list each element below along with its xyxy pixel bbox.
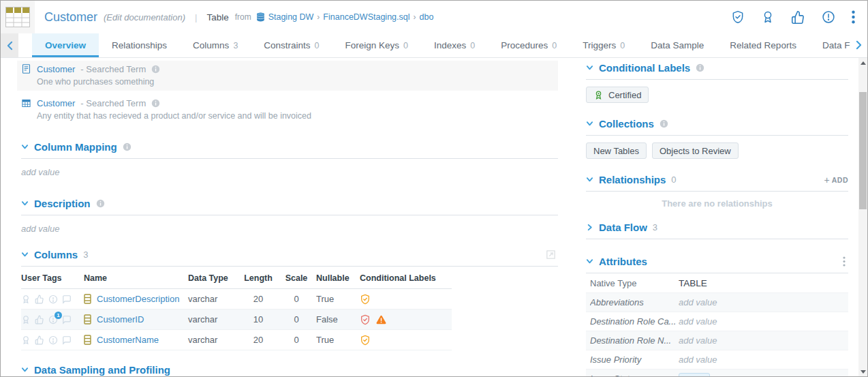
certified-label-chip[interactable]: Certified — [586, 87, 649, 103]
overview-left-pane: Customer - Searched Term One who purchas… — [1, 58, 576, 376]
column-name-link[interactable]: CustomerDescription — [97, 294, 179, 304]
attribute-row: Issue Priority add value — [586, 350, 848, 369]
column-icon — [84, 314, 91, 325]
section-header[interactable]: Collections — [586, 118, 848, 136]
chevron-down-icon — [21, 251, 29, 258]
tab-overview[interactable]: Overview — [32, 33, 99, 57]
alert-circle-icon[interactable] — [48, 295, 58, 304]
tab-related-reports[interactable]: Related Reports — [717, 33, 809, 57]
scroll-down-arrow[interactable] — [858, 367, 867, 376]
info-icon[interactable] — [696, 63, 704, 72]
section-conditional-labels: Conditional Labels Certified — [586, 62, 848, 103]
tab-data-sample[interactable]: Data Sample — [638, 33, 717, 57]
award-icon[interactable] — [21, 335, 31, 345]
alert-circle-icon[interactable] — [822, 10, 835, 24]
section-header[interactable]: Data Flow 3 — [586, 222, 848, 239]
scrollbar-thumb[interactable] — [859, 92, 867, 209]
info-icon[interactable] — [123, 142, 131, 151]
result-title-link[interactable]: Customer — [37, 98, 75, 108]
main-content: Customer - Searched Term One who purchas… — [1, 58, 867, 376]
info-icon[interactable] — [151, 99, 160, 108]
breadcrumb-file[interactable]: FinanceDWStaging.sql — [323, 12, 409, 22]
edit-documentation-link[interactable]: (Edit documentation) — [104, 12, 185, 22]
chevron-left-icon[interactable] — [1, 33, 18, 57]
section-header[interactable]: Description — [21, 198, 558, 215]
tab-procedures[interactable]: Procedures0 — [488, 33, 570, 57]
breadcrumb-database[interactable]: Staging DW — [268, 12, 314, 22]
info-icon[interactable] — [660, 119, 668, 128]
object-type-label: Table — [206, 12, 228, 22]
result-title-link[interactable]: Customer — [37, 64, 75, 74]
info-icon[interactable] — [96, 199, 105, 208]
tab-relationships[interactable]: Relationships — [99, 33, 180, 57]
column-name-link[interactable]: CustomerID — [97, 314, 144, 325]
warning-triangle-icon[interactable] — [375, 314, 387, 325]
section-header[interactable]: Conditional Labels — [586, 62, 848, 80]
section-collections: Collections New Tables Objects to Review — [586, 118, 848, 159]
thumbs-up-icon[interactable] — [35, 315, 44, 325]
award-icon[interactable] — [21, 315, 31, 325]
chevron-down-icon — [586, 120, 593, 127]
alert-circle-icon[interactable] — [48, 335, 58, 345]
kebab-menu-icon[interactable] — [843, 256, 848, 267]
breadcrumb-schema[interactable]: dbo — [420, 12, 434, 22]
attribute-row: Native Type TABLE — [586, 273, 848, 292]
searched-term-result[interactable]: Customer - Searched Term One who purchas… — [17, 61, 558, 91]
tab-constraints[interactable]: Constraints0 — [251, 33, 332, 57]
award-icon[interactable] — [761, 10, 775, 24]
info-icon[interactable] — [151, 65, 160, 74]
comment-icon[interactable] — [62, 295, 72, 304]
table-grid-icon — [21, 98, 31, 108]
overview-right-pane: Conditional Labels Certified Collection — [576, 58, 858, 376]
header-actions — [731, 10, 867, 25]
columns-table-header: User Tags Name Data Type Length Scale Nu… — [21, 267, 452, 289]
column-mapping-placeholder[interactable]: add value — [21, 167, 558, 177]
searched-term-result[interactable]: Customer - Searched Term Any entity that… — [17, 95, 558, 125]
table-object-icon — [1, 1, 35, 33]
attribute-value[interactable]: add value — [679, 297, 717, 307]
scroll-up-arrow[interactable] — [858, 58, 867, 67]
table-row: 1 CustomerID varchar 10 0 False — [21, 310, 452, 330]
section-header[interactable]: Columns 3 — [21, 249, 558, 267]
table-row: CustomerDescription varchar 20 0 True — [21, 289, 452, 310]
open-in-window-icon[interactable] — [545, 249, 557, 260]
thumbs-up-icon[interactable] — [35, 295, 44, 304]
result-suffix: - Searched Term — [80, 64, 146, 74]
alert-circle-icon[interactable]: 1 — [48, 315, 58, 325]
section-header[interactable]: Attributes — [586, 256, 848, 273]
kebab-menu-icon[interactable] — [852, 10, 855, 24]
vertical-scrollbar[interactable] — [858, 58, 867, 376]
collection-chip[interactable]: New Tables — [586, 142, 647, 159]
orange-shield-check-icon[interactable] — [360, 294, 371, 305]
thumbs-up-icon[interactable] — [791, 10, 805, 25]
orange-shield-check-icon[interactable] — [360, 335, 371, 346]
section-header[interactable]: Relationships 0 + ADD — [586, 174, 848, 192]
collection-chip[interactable]: Objects to Review — [652, 142, 739, 159]
object-header: Customer (Edit documentation) | Table fr… — [1, 1, 867, 33]
section-data-flow: Data Flow 3 — [586, 222, 848, 239]
page-title: Customer — [44, 10, 97, 25]
chevron-down-icon — [586, 258, 593, 265]
award-icon[interactable] — [21, 295, 31, 304]
column-name-link[interactable]: CustomerName — [97, 335, 159, 345]
issue-status-badge[interactable] — [679, 373, 710, 377]
comment-icon[interactable] — [62, 315, 72, 325]
tab-columns[interactable]: Columns3 — [180, 33, 251, 57]
section-column-mapping: Column Mapping add value — [21, 141, 558, 177]
attribute-value[interactable]: TABLE — [679, 278, 707, 288]
tab-indexes[interactable]: Indexes0 — [421, 33, 488, 57]
attribute-value[interactable]: add value — [679, 335, 717, 346]
section-header[interactable]: Data Sampling and Profiling — [21, 364, 558, 376]
chevron-right-icon[interactable] — [850, 33, 867, 57]
tab-foreign-keys[interactable]: Foreign Keys0 — [332, 33, 422, 57]
add-relationship-button[interactable]: + ADD — [824, 175, 848, 185]
comment-icon[interactable] — [62, 335, 72, 345]
attribute-value[interactable]: add value — [679, 316, 717, 327]
tab-triggers[interactable]: Triggers0 — [570, 33, 638, 57]
section-header[interactable]: Column Mapping — [21, 141, 558, 159]
description-placeholder[interactable]: add value — [21, 224, 558, 234]
attribute-value[interactable]: add value — [679, 355, 717, 365]
shield-check-icon[interactable] — [731, 10, 745, 24]
red-shield-check-icon[interactable] — [360, 314, 371, 325]
thumbs-up-icon[interactable] — [35, 335, 44, 345]
